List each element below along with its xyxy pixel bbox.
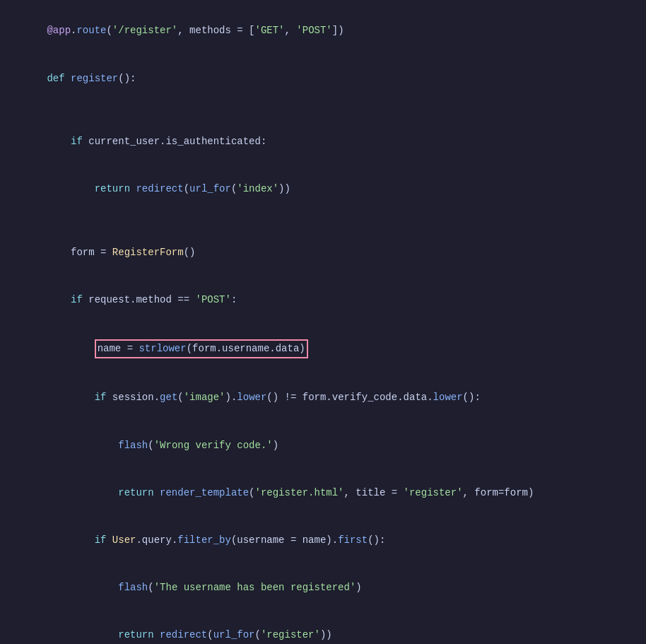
code-line: [0, 213, 646, 228]
code-line: def register():: [0, 54, 646, 102]
code-container: @app.route('/register', methods = ['GET'…: [0, 0, 646, 644]
code-line: if session.get('image').lower() != form.…: [0, 374, 646, 421]
code-line: form = RegisterForm(): [0, 228, 646, 276]
code-line: return redirect(url_for('index')): [0, 165, 646, 213]
code-line: return redirect(url_for('register')): [0, 611, 646, 644]
code-line: return render_template('register.html', …: [0, 469, 646, 516]
code-line: flash('The username has been registered'…: [0, 564, 646, 611]
code-line: if current_user.is_authenticated:: [0, 118, 646, 165]
code-line: [0, 102, 646, 117]
code-line: name = strlower(form.username.data): [0, 324, 646, 374]
code-line: flash('Wrong verify code.'): [0, 421, 646, 469]
code-line: if request.method == 'POST':: [0, 276, 646, 324]
code-line: if User.query.filter_by(username = name)…: [0, 517, 646, 564]
code-line: @app.route('/register', methods = ['GET'…: [0, 7, 646, 54]
